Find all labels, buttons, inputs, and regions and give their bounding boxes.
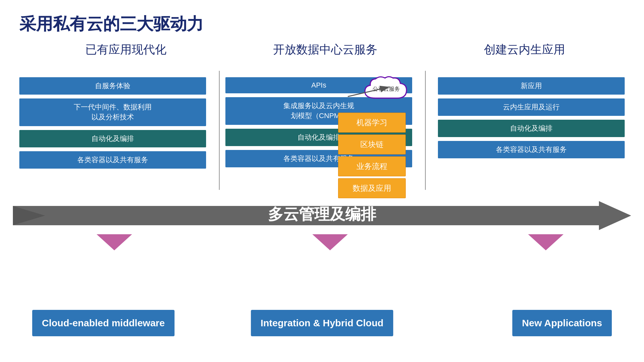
section-header-right: 创建云内生应用: [484, 42, 565, 58]
bottom-box-left: Cloud-enabled middleware: [32, 310, 175, 336]
svg-text:多云管理及编排: 多云管理及编排: [268, 206, 376, 223]
divider-right: [425, 71, 426, 190]
col-left: 自服务体验 下一代中间件、数据利用以及分析技术 自动化及编排 各类容器以及共有服…: [19, 77, 206, 169]
list-item: 区块链: [338, 135, 406, 154]
section-header-left: 已有应用现代化: [85, 42, 166, 58]
list-item: 下一代中间件、数据利用以及分析技术: [19, 98, 206, 126]
list-item: 各类容器以及共有服务: [438, 141, 625, 158]
list-item: 自服务体验: [19, 77, 206, 95]
pink-arrow-center: [312, 234, 348, 250]
section-header-center: 开放数据中心云服务: [273, 42, 377, 58]
list-item: 云内生应用及运行: [438, 98, 625, 116]
divider-left: [219, 71, 220, 190]
list-item: 业务流程: [338, 156, 406, 176]
bottom-box-center: Integration & Hybrid Cloud: [251, 310, 393, 336]
big-arrow: 多云管理及编排: [13, 200, 631, 232]
list-item: 机器学习: [338, 113, 406, 133]
page-title: 采用私有云的三大驱动力: [19, 13, 204, 35]
bottom-box-right: New Applications: [512, 310, 612, 336]
list-item: 自动化及编排: [19, 130, 206, 147]
list-item: 数据及应用: [338, 178, 406, 198]
pink-arrow-right: [528, 234, 564, 250]
section-headers: 已有应用现代化 开放数据中心云服务 创建云内生应用: [0, 42, 644, 58]
list-item: 自动化及编排: [438, 120, 625, 137]
col-orange: 机器学习 区块链 业务流程 数据及应用: [338, 113, 406, 198]
col-right: 新应用 云内生应用及运行 自动化及编排 各类容器以及共有服务: [438, 77, 625, 158]
list-item: 新应用: [438, 77, 625, 95]
svg-line-1: [348, 87, 390, 97]
list-item: 各类容器以及共有服务: [19, 151, 206, 169]
pink-arrow-left: [97, 234, 132, 250]
